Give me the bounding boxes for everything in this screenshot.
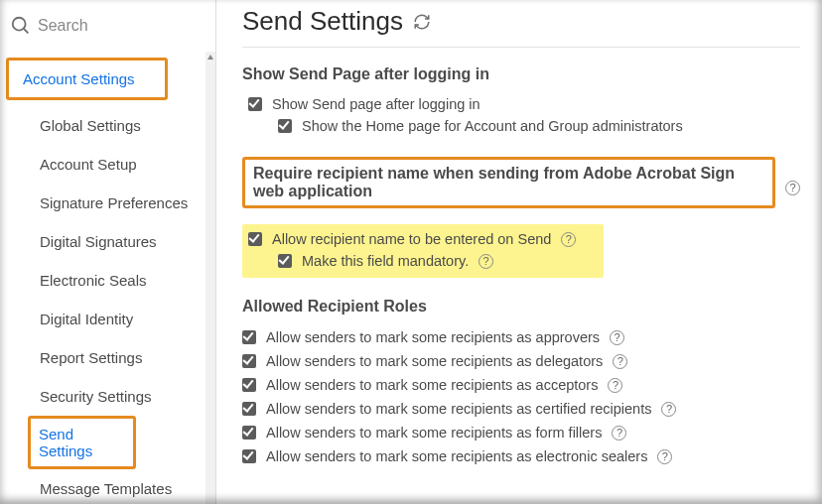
option-label: Show Send page after logging in	[272, 96, 480, 112]
refresh-icon[interactable]	[413, 13, 431, 31]
sidebar-item-label: Electronic Seals	[40, 272, 147, 289]
checkbox-show-home-page[interactable]	[278, 119, 292, 133]
sidebar-item-message-templates[interactable]: Message Templates	[0, 469, 215, 504]
checkbox-role-certified-recipients[interactable]	[242, 402, 256, 416]
option-label: Allow senders to mark some recipients as…	[266, 377, 598, 393]
help-icon[interactable]: ?	[661, 402, 676, 417]
sidebar-item-security-settings[interactable]: Security Settings	[0, 377, 215, 416]
option-label: Allow senders to mark some recipients as…	[266, 329, 600, 345]
option-label: Allow senders to mark some recipients as…	[266, 353, 603, 369]
help-icon[interactable]: ?	[610, 330, 624, 345]
section-require-recipient-name: Require recipient name when sending from…	[242, 157, 800, 278]
sidebar-item-account-setup[interactable]: Account Setup	[0, 145, 215, 184]
sidebar-scrollbar[interactable]	[206, 52, 215, 504]
option-label: Make this field mandatory.	[302, 253, 469, 269]
help-icon[interactable]: ?	[657, 449, 672, 464]
section-show-send-page: Show Send Page after logging in Show Sen…	[242, 65, 800, 137]
checkbox-role-electronic-sealers[interactable]	[242, 449, 256, 463]
divider	[242, 47, 800, 48]
help-icon[interactable]: ?	[608, 378, 622, 393]
search-icon	[10, 15, 32, 37]
help-icon[interactable]: ?	[613, 354, 627, 369]
checkbox-allow-recipient-name[interactable]	[248, 232, 262, 246]
svg-line-1	[24, 29, 29, 34]
help-icon[interactable]: ?	[612, 426, 626, 441]
sidebar-item-label: Message Templates	[40, 480, 172, 497]
option-label: Show the Home page for Account and Group…	[302, 118, 683, 134]
section-header-label: Account Settings	[23, 70, 135, 87]
page-title: Send Settings	[242, 6, 403, 37]
sidebar-item-digital-identity[interactable]: Digital Identity	[0, 300, 215, 338]
option-label: Allow senders to mark some recipients as…	[266, 425, 602, 441]
section-title: Allowed Recipient Roles	[242, 298, 800, 315]
help-icon[interactable]: ?	[561, 232, 576, 247]
checkbox-make-mandatory[interactable]	[278, 254, 292, 268]
option-label: Allow senders to mark some recipients as…	[266, 448, 647, 464]
checkbox-show-send-page[interactable]	[248, 97, 262, 111]
checkbox-role-acceptors[interactable]	[242, 378, 256, 392]
sidebar: Account Settings Global Settings Account…	[0, 0, 216, 504]
option-label: Allow recipient name to be entered on Se…	[272, 231, 551, 247]
sidebar-item-signature-preferences[interactable]: Signature Preferences	[0, 184, 215, 222]
checkbox-role-approvers[interactable]	[242, 330, 256, 344]
checkbox-role-form-fillers[interactable]	[242, 426, 256, 440]
sidebar-item-label: Global Settings	[40, 117, 141, 134]
sidebar-item-label: Signature Preferences	[40, 194, 188, 211]
svg-point-0	[13, 18, 26, 31]
sidebar-item-label: Digital Signatures	[40, 233, 157, 250]
scroll-up-icon[interactable]	[207, 55, 213, 60]
sidebar-item-report-settings[interactable]: Report Settings	[0, 338, 215, 377]
sidebar-item-label: Security Settings	[40, 388, 152, 405]
main-content: Send Settings Show Send Page after loggi…	[216, 0, 822, 504]
option-label: Allow senders to mark some recipients as…	[266, 401, 651, 417]
sidebar-item-send-settings[interactable]: Send Settings	[28, 416, 136, 469]
help-icon[interactable]: ?	[785, 181, 800, 195]
help-icon[interactable]: ?	[479, 254, 493, 269]
sidebar-item-label: Report Settings	[40, 349, 142, 366]
sidebar-item-electronic-seals[interactable]: Electronic Seals	[0, 261, 215, 300]
highlighted-options: Allow recipient name to be entered on Se…	[242, 224, 604, 278]
sidebar-nav: Account Settings Global Settings Account…	[0, 52, 215, 504]
sidebar-item-global-settings[interactable]: Global Settings	[0, 106, 215, 145]
sidebar-item-label: Account Setup	[40, 156, 137, 173]
checkbox-role-delegators[interactable]	[242, 354, 256, 368]
section-title: Show Send Page after logging in	[242, 65, 800, 83]
sidebar-item-digital-signatures[interactable]: Digital Signatures	[0, 222, 215, 261]
section-header-account-settings[interactable]: Account Settings	[6, 58, 168, 100]
section-title: Require recipient name when sending from…	[242, 157, 775, 208]
search-input[interactable]	[38, 17, 177, 35]
sidebar-item-label: Send Settings	[39, 426, 92, 459]
sidebar-item-label: Digital Identity	[40, 311, 133, 327]
section-allowed-recipient-roles: Allowed Recipient Roles Allow senders to…	[242, 298, 800, 468]
